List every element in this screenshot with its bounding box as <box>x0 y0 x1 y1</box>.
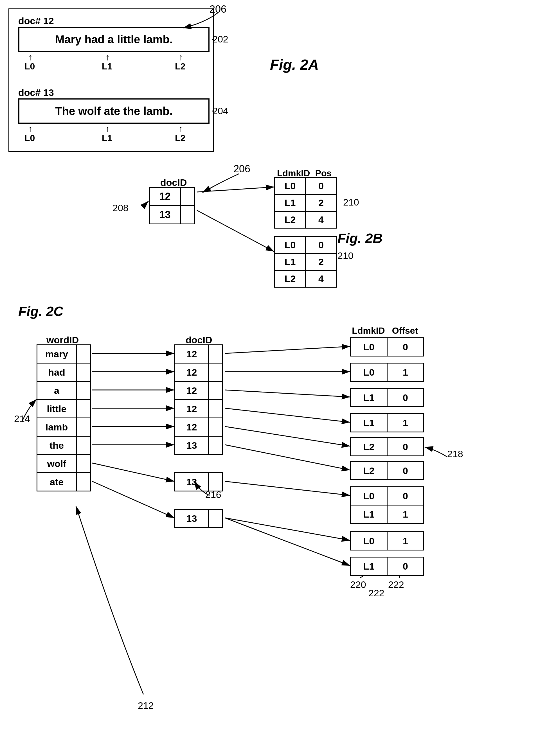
wordid-table: mary had a little lamb the wolf ate <box>37 345 91 492</box>
word-had: had <box>37 363 76 382</box>
ref-222a: 222 <box>388 579 404 590</box>
docid2c-4: 12 <box>174 399 223 418</box>
ref-104: 206 <box>210 3 227 15</box>
word-lamb: lamb <box>37 418 76 436</box>
fig2b-label: Fig. 2B <box>338 230 382 246</box>
ldmk-offset-6: L20 <box>350 461 424 480</box>
doc13-l1-arrow: ↑ <box>105 124 110 134</box>
doc12-label: doc# 12 <box>18 15 54 27</box>
ref-208: 208 <box>112 203 129 213</box>
ref-218: 218 <box>447 448 463 459</box>
doc12-l1-arrow: ↑ <box>105 52 110 63</box>
ref-220: 220 <box>350 579 366 590</box>
doc13-box: The wolf ate the lamb. <box>18 98 210 124</box>
docid-label-2b: docID <box>160 177 187 188</box>
ref-212: 212 <box>138 700 154 711</box>
doc12-l1-label: L1 <box>102 61 112 72</box>
doc12-l0-arrow: ↑ <box>28 52 33 63</box>
ref-214: 214 <box>14 413 30 424</box>
doc13-text: The wolf ate the lamb. <box>55 105 173 117</box>
doc13-l0-arrow: ↑ <box>28 124 33 134</box>
ldmk-offset-5: L20 <box>350 437 424 456</box>
ldmk-offset-3: L10 <box>350 388 424 407</box>
doc13-l0-label: L0 <box>25 133 35 143</box>
doc13-l2-arrow: ↑ <box>179 124 183 134</box>
fig2c-label: Fig. 2C <box>18 303 63 319</box>
doc12-box: Mary had a little lamb. <box>18 27 210 52</box>
ref-202: 202 <box>212 34 229 45</box>
doc12-text: Mary had a little lamb. <box>55 33 173 46</box>
ldmk-offset-8: L01 <box>350 531 424 550</box>
word-a: a <box>37 382 76 400</box>
wordid-label: wordID <box>46 334 79 346</box>
ref-206: 206 <box>234 163 250 175</box>
fig2a-label: Fig. 2A <box>270 56 319 73</box>
word-wolf: wolf <box>37 455 76 473</box>
ldmk-offset-9: L10 <box>350 557 424 576</box>
word-little: little <box>37 400 76 418</box>
diagram-container: 206 doc# 12 Mary had a little lamb. 202 … <box>0 0 556 756</box>
word-mary: mary <box>37 345 76 363</box>
ref-216: 216 <box>205 489 221 500</box>
ref-210-upper: 210 <box>343 197 359 208</box>
doc12-l2-label: L2 <box>175 61 185 72</box>
docid2c-label: docID <box>186 334 212 346</box>
ldmk-offset-1: L00 <box>350 337 424 357</box>
docid2c-2: 12 <box>174 363 223 382</box>
ldmk-offset-4: L11 <box>350 413 424 432</box>
doc13-label: doc# 13 <box>18 87 54 98</box>
docid2c-1: 12 <box>174 345 223 363</box>
doc13-l2-label: L2 <box>175 133 185 143</box>
docid2c-6: 13 <box>174 436 223 455</box>
docid2c-5: 12 <box>174 418 223 437</box>
ref-204: 204 <box>212 105 229 116</box>
ldmk-pos-table-lower: L00 L12 L24 <box>274 236 337 288</box>
docid2c-7: 13 <box>174 472 223 492</box>
ref-210-lower: 210 <box>338 250 353 261</box>
ldmk-offset-7: L00 L11 <box>350 487 424 524</box>
ref-222: 222 <box>369 587 384 599</box>
docid-cell-12: 12 <box>150 187 180 206</box>
ldmk-offset-2: L01 <box>350 363 424 382</box>
docid2c-3: 12 <box>174 381 223 400</box>
doc13-l1-label: L1 <box>102 133 112 143</box>
ldmkid-offset-header: LdmkID Offset <box>350 326 423 336</box>
ldmk-pos-table-upper: L00 L12 L24 <box>274 177 337 228</box>
docid2c-8: 13 <box>174 509 223 528</box>
doc12-l2-arrow: ↑ <box>179 52 183 63</box>
docid-table-2b: 12 13 <box>149 187 195 224</box>
docid-cell-13: 13 <box>150 206 180 224</box>
doc12-l0-label: L0 <box>25 61 35 72</box>
word-ate: ate <box>37 473 76 491</box>
word-the: the <box>37 436 76 455</box>
